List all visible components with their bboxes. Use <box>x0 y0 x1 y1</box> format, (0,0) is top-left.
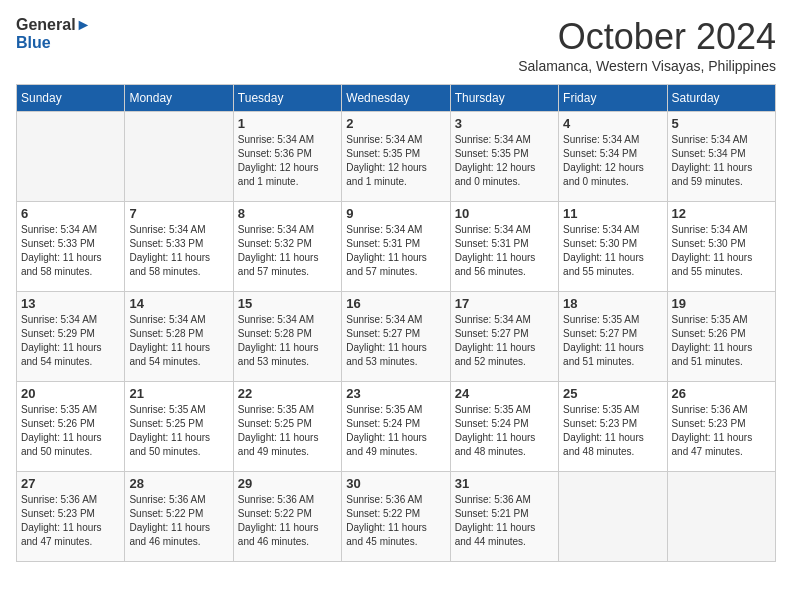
day-info: Sunrise: 5:35 AM Sunset: 5:26 PM Dayligh… <box>672 313 771 369</box>
week-row: 1Sunrise: 5:34 AM Sunset: 5:36 PM Daylig… <box>17 112 776 202</box>
day-info: Sunrise: 5:35 AM Sunset: 5:26 PM Dayligh… <box>21 403 120 459</box>
day-number: 22 <box>238 386 337 401</box>
week-row: 6Sunrise: 5:34 AM Sunset: 5:33 PM Daylig… <box>17 202 776 292</box>
calendar-cell: 26Sunrise: 5:36 AM Sunset: 5:23 PM Dayli… <box>667 382 775 472</box>
calendar-cell: 8Sunrise: 5:34 AM Sunset: 5:32 PM Daylig… <box>233 202 341 292</box>
weekday-header: Sunday <box>17 85 125 112</box>
day-number: 11 <box>563 206 662 221</box>
day-info: Sunrise: 5:34 AM Sunset: 5:35 PM Dayligh… <box>346 133 445 189</box>
day-info: Sunrise: 5:34 AM Sunset: 5:29 PM Dayligh… <box>21 313 120 369</box>
day-info: Sunrise: 5:35 AM Sunset: 5:23 PM Dayligh… <box>563 403 662 459</box>
day-number: 26 <box>672 386 771 401</box>
week-row: 27Sunrise: 5:36 AM Sunset: 5:23 PM Dayli… <box>17 472 776 562</box>
weekday-header: Tuesday <box>233 85 341 112</box>
day-number: 14 <box>129 296 228 311</box>
day-number: 8 <box>238 206 337 221</box>
day-number: 9 <box>346 206 445 221</box>
calendar-cell: 2Sunrise: 5:34 AM Sunset: 5:35 PM Daylig… <box>342 112 450 202</box>
calendar-cell <box>667 472 775 562</box>
day-info: Sunrise: 5:36 AM Sunset: 5:22 PM Dayligh… <box>346 493 445 549</box>
day-info: Sunrise: 5:36 AM Sunset: 5:22 PM Dayligh… <box>238 493 337 549</box>
day-info: Sunrise: 5:34 AM Sunset: 5:36 PM Dayligh… <box>238 133 337 189</box>
calendar-cell: 10Sunrise: 5:34 AM Sunset: 5:31 PM Dayli… <box>450 202 558 292</box>
calendar-cell: 6Sunrise: 5:34 AM Sunset: 5:33 PM Daylig… <box>17 202 125 292</box>
day-number: 30 <box>346 476 445 491</box>
calendar-cell: 7Sunrise: 5:34 AM Sunset: 5:33 PM Daylig… <box>125 202 233 292</box>
day-number: 27 <box>21 476 120 491</box>
calendar-cell: 9Sunrise: 5:34 AM Sunset: 5:31 PM Daylig… <box>342 202 450 292</box>
calendar-cell: 14Sunrise: 5:34 AM Sunset: 5:28 PM Dayli… <box>125 292 233 382</box>
calendar-cell: 15Sunrise: 5:34 AM Sunset: 5:28 PM Dayli… <box>233 292 341 382</box>
weekday-header: Saturday <box>667 85 775 112</box>
calendar-cell: 12Sunrise: 5:34 AM Sunset: 5:30 PM Dayli… <box>667 202 775 292</box>
calendar-cell: 1Sunrise: 5:34 AM Sunset: 5:36 PM Daylig… <box>233 112 341 202</box>
day-info: Sunrise: 5:34 AM Sunset: 5:35 PM Dayligh… <box>455 133 554 189</box>
calendar-cell: 24Sunrise: 5:35 AM Sunset: 5:24 PM Dayli… <box>450 382 558 472</box>
day-number: 23 <box>346 386 445 401</box>
day-number: 21 <box>129 386 228 401</box>
calendar-cell: 11Sunrise: 5:34 AM Sunset: 5:30 PM Dayli… <box>559 202 667 292</box>
calendar-cell: 16Sunrise: 5:34 AM Sunset: 5:27 PM Dayli… <box>342 292 450 382</box>
day-number: 28 <box>129 476 228 491</box>
logo: General► Blue <box>16 16 91 51</box>
calendar-cell: 25Sunrise: 5:35 AM Sunset: 5:23 PM Dayli… <box>559 382 667 472</box>
calendar-cell: 28Sunrise: 5:36 AM Sunset: 5:22 PM Dayli… <box>125 472 233 562</box>
day-info: Sunrise: 5:34 AM Sunset: 5:27 PM Dayligh… <box>346 313 445 369</box>
day-number: 24 <box>455 386 554 401</box>
day-number: 16 <box>346 296 445 311</box>
day-number: 18 <box>563 296 662 311</box>
day-info: Sunrise: 5:34 AM Sunset: 5:34 PM Dayligh… <box>563 133 662 189</box>
day-number: 13 <box>21 296 120 311</box>
calendar-cell: 29Sunrise: 5:36 AM Sunset: 5:22 PM Dayli… <box>233 472 341 562</box>
day-number: 15 <box>238 296 337 311</box>
weekday-header: Friday <box>559 85 667 112</box>
day-info: Sunrise: 5:34 AM Sunset: 5:28 PM Dayligh… <box>129 313 228 369</box>
calendar-cell: 3Sunrise: 5:34 AM Sunset: 5:35 PM Daylig… <box>450 112 558 202</box>
day-number: 12 <box>672 206 771 221</box>
day-info: Sunrise: 5:36 AM Sunset: 5:22 PM Dayligh… <box>129 493 228 549</box>
day-number: 3 <box>455 116 554 131</box>
day-number: 19 <box>672 296 771 311</box>
calendar-cell: 27Sunrise: 5:36 AM Sunset: 5:23 PM Dayli… <box>17 472 125 562</box>
day-number: 7 <box>129 206 228 221</box>
week-row: 13Sunrise: 5:34 AM Sunset: 5:29 PM Dayli… <box>17 292 776 382</box>
day-info: Sunrise: 5:34 AM Sunset: 5:33 PM Dayligh… <box>21 223 120 279</box>
day-number: 31 <box>455 476 554 491</box>
day-info: Sunrise: 5:34 AM Sunset: 5:31 PM Dayligh… <box>455 223 554 279</box>
calendar-cell: 21Sunrise: 5:35 AM Sunset: 5:25 PM Dayli… <box>125 382 233 472</box>
day-info: Sunrise: 5:34 AM Sunset: 5:27 PM Dayligh… <box>455 313 554 369</box>
weekday-header: Monday <box>125 85 233 112</box>
day-info: Sunrise: 5:34 AM Sunset: 5:34 PM Dayligh… <box>672 133 771 189</box>
calendar-cell: 4Sunrise: 5:34 AM Sunset: 5:34 PM Daylig… <box>559 112 667 202</box>
day-info: Sunrise: 5:36 AM Sunset: 5:23 PM Dayligh… <box>672 403 771 459</box>
calendar-cell: 19Sunrise: 5:35 AM Sunset: 5:26 PM Dayli… <box>667 292 775 382</box>
weekday-header: Thursday <box>450 85 558 112</box>
calendar-cell: 22Sunrise: 5:35 AM Sunset: 5:25 PM Dayli… <box>233 382 341 472</box>
calendar-cell: 5Sunrise: 5:34 AM Sunset: 5:34 PM Daylig… <box>667 112 775 202</box>
calendar-cell: 23Sunrise: 5:35 AM Sunset: 5:24 PM Dayli… <box>342 382 450 472</box>
page-header: General► Blue October 2024 Salamanca, We… <box>16 16 776 74</box>
day-info: Sunrise: 5:34 AM Sunset: 5:31 PM Dayligh… <box>346 223 445 279</box>
day-number: 6 <box>21 206 120 221</box>
day-number: 10 <box>455 206 554 221</box>
day-info: Sunrise: 5:35 AM Sunset: 5:25 PM Dayligh… <box>129 403 228 459</box>
calendar-cell <box>125 112 233 202</box>
calendar-cell <box>559 472 667 562</box>
day-number: 4 <box>563 116 662 131</box>
day-info: Sunrise: 5:35 AM Sunset: 5:24 PM Dayligh… <box>346 403 445 459</box>
title-block: October 2024 Salamanca, Western Visayas,… <box>518 16 776 74</box>
day-info: Sunrise: 5:34 AM Sunset: 5:30 PM Dayligh… <box>672 223 771 279</box>
weekday-header-row: SundayMondayTuesdayWednesdayThursdayFrid… <box>17 85 776 112</box>
calendar-cell <box>17 112 125 202</box>
day-info: Sunrise: 5:34 AM Sunset: 5:28 PM Dayligh… <box>238 313 337 369</box>
day-info: Sunrise: 5:36 AM Sunset: 5:21 PM Dayligh… <box>455 493 554 549</box>
weekday-header: Wednesday <box>342 85 450 112</box>
day-number: 17 <box>455 296 554 311</box>
day-number: 5 <box>672 116 771 131</box>
day-info: Sunrise: 5:34 AM Sunset: 5:33 PM Dayligh… <box>129 223 228 279</box>
day-number: 1 <box>238 116 337 131</box>
calendar-cell: 17Sunrise: 5:34 AM Sunset: 5:27 PM Dayli… <box>450 292 558 382</box>
day-info: Sunrise: 5:34 AM Sunset: 5:32 PM Dayligh… <box>238 223 337 279</box>
calendar-cell: 30Sunrise: 5:36 AM Sunset: 5:22 PM Dayli… <box>342 472 450 562</box>
day-info: Sunrise: 5:36 AM Sunset: 5:23 PM Dayligh… <box>21 493 120 549</box>
